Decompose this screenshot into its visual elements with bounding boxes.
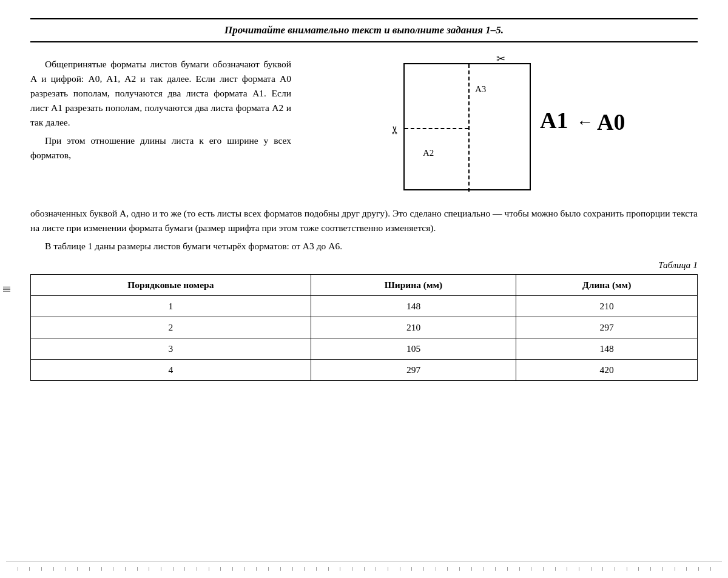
col-header-1: Порядковые номера — [31, 275, 311, 296]
ruler-mark — [423, 567, 436, 571]
label-a0: А0 — [597, 109, 625, 135]
ruler-mark — [137, 567, 149, 571]
continuation-paragraph2: обозначенных буквой А, одно и то же (то … — [30, 206, 698, 235]
ruler-mark — [602, 567, 615, 571]
ruler-mark — [555, 567, 567, 571]
ruler-mark — [591, 567, 603, 571]
table-cell-3-0: 4 — [31, 360, 311, 381]
ruler-mark — [41, 567, 53, 571]
table-cell-0-1: 148 — [311, 296, 516, 317]
arrow-icon: ← — [576, 112, 593, 132]
table-caption: Таблица 1 — [30, 260, 698, 271]
left-side-icon — [3, 286, 10, 292]
ruler-mark — [328, 567, 340, 571]
full-width-text: обозначенных буквой А, одно и то же (то … — [30, 206, 698, 254]
ruler-mark — [376, 567, 388, 571]
ruler-mark — [220, 567, 232, 571]
ruler-mark — [364, 567, 376, 571]
ruler-mark — [519, 567, 531, 571]
ruler-mark — [256, 567, 268, 571]
dashed-horizontal-line — [405, 128, 468, 129]
ruler-mark — [507, 567, 519, 571]
ruler-mark — [244, 567, 257, 571]
ruler-mark — [268, 567, 280, 571]
side-line-3 — [3, 291, 10, 292]
ruler-mark — [543, 567, 555, 571]
ruler-mark — [316, 567, 328, 571]
table-cell-0-0: 1 — [31, 296, 311, 317]
ruler-mark — [173, 567, 185, 571]
table-cell-1-1: 210 — [311, 317, 516, 338]
ruler-mark — [662, 567, 675, 571]
ruler-mark — [447, 567, 459, 571]
ruler-mark — [101, 567, 113, 571]
arrow-a0-group: ← А0 — [576, 109, 625, 135]
paragraph2-partial: При этом отношение длины листа к его шир… — [30, 133, 291, 163]
ruler-mark — [710, 567, 723, 571]
ruler-mark — [579, 567, 591, 571]
ruler-mark — [184, 567, 197, 571]
ruler-mark — [495, 567, 507, 571]
ruler-mark — [340, 567, 352, 571]
dashed-vertical-line — [468, 64, 470, 192]
scissors-left-icon: ✂ — [388, 126, 402, 135]
label-a1: А1 — [540, 107, 568, 133]
text-column: Общепринятые форматы листов бумаги обозн… — [30, 57, 291, 197]
outer-rectangle — [403, 63, 531, 190]
ruler-mark — [484, 567, 496, 571]
table-header-row: Порядковые номера Ширина (мм) Длина (мм) — [31, 275, 698, 296]
ruler-mark — [89, 567, 101, 571]
data-table: Порядковые номера Ширина (мм) Длина (мм)… — [30, 274, 698, 381]
content-area: Общепринятые форматы листов бумаги обозн… — [30, 57, 698, 197]
ruler-mark — [567, 567, 579, 571]
ruler-mark — [411, 567, 423, 571]
ruler-mark — [197, 567, 209, 571]
ruler-mark — [209, 567, 221, 571]
ruler-mark — [125, 567, 137, 571]
side-line-1 — [3, 286, 10, 287]
ruler-mark — [627, 567, 639, 571]
ruler-mark — [53, 567, 66, 571]
ruler-mark — [113, 567, 125, 571]
table-cell-3-1: 297 — [311, 360, 516, 381]
ruler-mark — [77, 567, 89, 571]
ruler-mark — [638, 567, 650, 571]
table-cell-2-0: 3 — [31, 338, 311, 360]
table-cell-2-1: 105 — [311, 338, 516, 360]
page: Прочитайте внимательно текст и выполните… — [0, 0, 728, 578]
ruler-mark — [650, 567, 662, 571]
table-cell-3-2: 420 — [516, 360, 698, 381]
ruler-mark — [686, 567, 698, 571]
side-line-2 — [3, 289, 10, 290]
ruler-mark — [436, 567, 448, 571]
ruler-mark — [304, 567, 316, 571]
table-cell-0-2: 210 — [516, 296, 698, 317]
bottom-ruler — [0, 560, 728, 572]
ruler-marks — [6, 561, 722, 571]
table-cell-1-2: 297 — [516, 317, 698, 338]
ruler-mark — [698, 567, 710, 571]
ruler-mark — [161, 567, 173, 571]
col-header-2: Ширина (мм) — [311, 275, 516, 296]
table-row: 2210297 — [31, 317, 698, 338]
ruler-mark — [615, 567, 627, 571]
paragraph3: В таблице 1 даны размеры листов бумаги ч… — [30, 239, 698, 254]
ruler-mark — [29, 567, 41, 571]
ruler-mark — [6, 567, 18, 571]
ruler-mark — [280, 567, 292, 571]
table-row: 4297420 — [31, 360, 698, 381]
table-row: 3105148 — [31, 338, 698, 360]
ruler-mark — [352, 567, 364, 571]
diagram-wrapper: ✂ ✂ А3 А2 А1 ← А0 — [403, 63, 598, 197]
ruler-mark — [18, 567, 30, 571]
ruler-mark — [459, 567, 471, 571]
ruler-mark — [388, 567, 400, 571]
paragraph1: Общепринятые форматы листов бумаги обозн… — [30, 57, 291, 130]
label-a2: А2 — [423, 148, 434, 158]
label-a3: А3 — [475, 84, 486, 95]
ruler-mark — [292, 567, 305, 571]
col-header-3: Длина (мм) — [516, 275, 698, 296]
ruler-mark — [149, 567, 161, 571]
ruler-mark — [675, 567, 687, 571]
ruler-mark — [400, 567, 412, 571]
